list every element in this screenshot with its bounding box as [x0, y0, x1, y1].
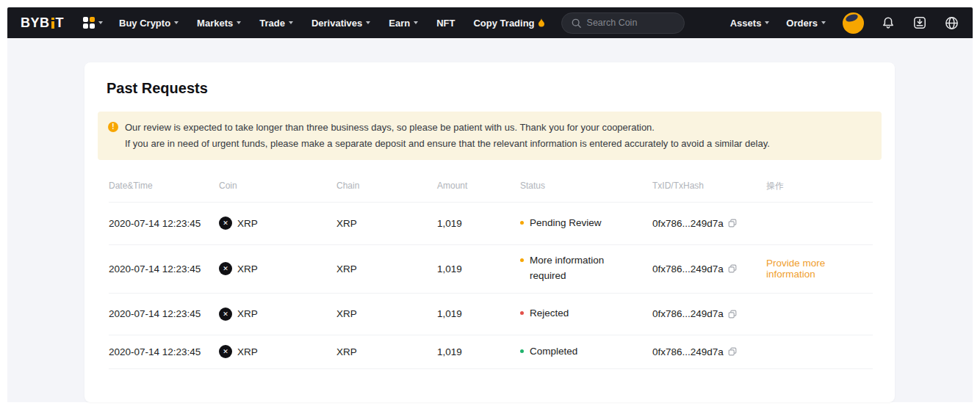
- chevron-down-icon: [765, 21, 769, 24]
- nav-item-earn[interactable]: Earn: [389, 18, 418, 29]
- xrp-icon: ✕: [219, 262, 232, 275]
- notice-text: Our review is expected to take longer th…: [125, 120, 770, 152]
- txid-text: 0fx786...249d7a: [652, 263, 724, 274]
- coin-cell: ✕ XRP: [219, 262, 336, 275]
- assets-menu[interactable]: Assets: [730, 18, 770, 29]
- notice-line-2: If you are in need of urgent funds, plea…: [125, 136, 770, 152]
- warning-exclamation-icon: !: [108, 122, 118, 132]
- app: BYBT Buy Crypto Markets Trade Derivative…: [7, 7, 973, 402]
- nav-menu: Buy Crypto Markets Trade Derivatives Ear…: [119, 18, 545, 29]
- logo-text-after: T: [56, 15, 65, 31]
- chain-cell: XRP: [336, 308, 437, 319]
- download-app-icon[interactable]: [912, 15, 927, 30]
- datetime-cell: 2020-07-14 12:23:45: [109, 346, 219, 357]
- txid-text: 0fx786...249d7a: [652, 346, 724, 357]
- coin-cell: ✕ XRP: [219, 217, 336, 230]
- table-row: 2020-07-14 12:23:45 ✕ XRP XRP 1,019 Reje…: [109, 294, 873, 335]
- status-text: Completed: [530, 344, 577, 360]
- txid-cell: 0fx786...249d7a: [652, 346, 766, 357]
- status-cell: More information required: [520, 253, 652, 284]
- user-avatar[interactable]: [843, 12, 864, 34]
- header-txid: TxID/TxHash: [652, 181, 766, 191]
- copy-icon[interactable]: [727, 263, 738, 274]
- nav-item-buy-crypto[interactable]: Buy Crypto: [119, 18, 179, 29]
- provide-more-information-link[interactable]: Provide more information: [766, 258, 825, 280]
- chevron-down-icon: [237, 21, 241, 24]
- navbar-right: Assets Orders: [730, 12, 959, 34]
- chevron-down-icon: [366, 21, 370, 24]
- table-header-row: Date&Time Coin Chain Amount Status TxID/…: [109, 170, 873, 203]
- header-action: 操作: [766, 180, 873, 192]
- copy-icon[interactable]: [727, 309, 738, 319]
- past-requests-card: Past Requests ! Our review is expected t…: [84, 62, 895, 402]
- past-requests-table: Date&Time Coin Chain Amount Status TxID/…: [107, 170, 873, 369]
- header-chain: Chain: [336, 181, 437, 191]
- chevron-down-icon: [174, 21, 179, 24]
- amount-cell: 1,019: [437, 263, 520, 274]
- flame-icon: [538, 18, 545, 27]
- nav-item-nft[interactable]: NFT: [436, 18, 455, 29]
- notifications-bell-icon[interactable]: [881, 15, 896, 30]
- review-notice-banner: ! Our review is expected to take longer …: [98, 112, 882, 160]
- search-icon: [571, 18, 582, 29]
- status-cell: Completed: [520, 344, 652, 360]
- amount-cell: 1,019: [437, 346, 520, 357]
- coin-cell: ✕ XRP: [219, 345, 336, 358]
- header-amount: Amount: [437, 181, 520, 191]
- txid-text: 0fx786...249d7a: [652, 308, 724, 319]
- apps-menu-button[interactable]: [83, 17, 103, 29]
- chevron-down-icon: [289, 21, 293, 24]
- coin-search-box[interactable]: [561, 12, 685, 34]
- xrp-icon: ✕: [219, 345, 232, 358]
- status-text: Pending Review: [530, 216, 602, 231]
- top-navbar: BYBT Buy Crypto Markets Trade Derivative…: [7, 7, 973, 38]
- notice-line-1: Our review is expected to take longer th…: [125, 120, 770, 136]
- status-dot: [520, 221, 524, 225]
- logo-accent-bar: [51, 18, 54, 29]
- nav-item-trade[interactable]: Trade: [259, 18, 293, 29]
- txid-text: 0fx786...249d7a: [652, 218, 724, 229]
- status-text: More information required: [530, 253, 624, 284]
- search-input[interactable]: [587, 18, 668, 28]
- chain-cell: XRP: [336, 346, 437, 357]
- txid-cell: 0fx786...249d7a: [652, 263, 766, 274]
- page-background: Past Requests ! Our review is expected t…: [7, 38, 973, 402]
- status-text: Rejected: [530, 306, 569, 321]
- chevron-down-icon: [821, 21, 826, 24]
- nav-item-copy-trading[interactable]: Copy Trading: [473, 18, 544, 29]
- table-row: 2020-07-14 12:23:45 ✕ XRP XRP 1,019 Pend…: [109, 203, 873, 245]
- xrp-icon: ✕: [219, 308, 232, 321]
- orders-menu[interactable]: Orders: [786, 18, 826, 29]
- status-cell: Pending Review: [520, 216, 652, 231]
- datetime-cell: 2020-07-14 12:23:45: [109, 308, 219, 319]
- status-dot: [520, 349, 524, 353]
- apps-grid-icon: [83, 17, 95, 29]
- chain-cell: XRP: [336, 263, 437, 274]
- nav-item-markets[interactable]: Markets: [197, 18, 241, 29]
- datetime-cell: 2020-07-14 12:23:45: [109, 218, 219, 229]
- header-status: Status: [520, 181, 652, 191]
- bybit-logo[interactable]: BYBT: [21, 15, 64, 31]
- status-dot: [520, 258, 524, 262]
- chevron-down-icon: [98, 21, 103, 24]
- page-title: Past Requests: [107, 62, 873, 112]
- action-cell: Provide more information: [766, 258, 873, 280]
- copy-icon[interactable]: [727, 346, 738, 357]
- datetime-cell: 2020-07-14 12:23:45: [109, 263, 219, 274]
- xrp-icon: ✕: [219, 217, 232, 230]
- logo-text-before: BYB: [21, 15, 50, 31]
- header-coin: Coin: [219, 181, 336, 191]
- language-globe-icon[interactable]: [944, 15, 959, 31]
- amount-cell: 1,019: [437, 308, 520, 319]
- chain-cell: XRP: [336, 218, 437, 229]
- txid-cell: 0fx786...249d7a: [652, 308, 766, 319]
- status-cell: Rejected: [520, 306, 652, 321]
- nav-item-derivatives[interactable]: Derivatives: [311, 18, 370, 29]
- header-datetime: Date&Time: [109, 181, 219, 191]
- coin-cell: ✕ XRP: [219, 308, 336, 321]
- chevron-down-icon: [414, 21, 418, 24]
- table-row: 2020-07-14 12:23:45 ✕ XRP XRP 1,019 More…: [109, 245, 873, 294]
- copy-icon[interactable]: [727, 218, 738, 228]
- status-dot: [520, 311, 524, 315]
- amount-cell: 1,019: [437, 218, 520, 229]
